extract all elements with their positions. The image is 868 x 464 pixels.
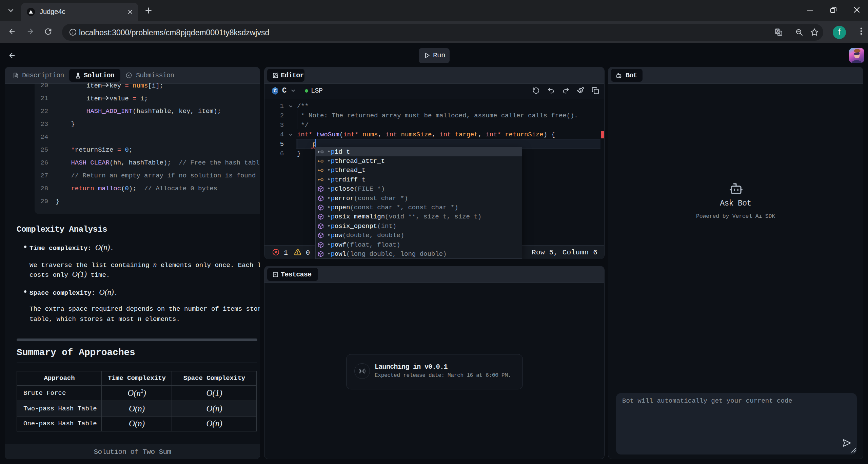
- svg-text:G: G: [776, 29, 779, 34]
- svg-text:C: C: [274, 89, 277, 93]
